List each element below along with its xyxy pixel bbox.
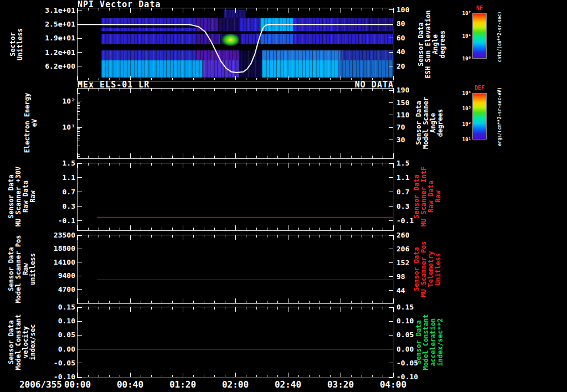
tick-label: 0.05	[29, 331, 75, 339]
time-tick	[183, 89, 183, 93]
tick-label: 9400	[29, 271, 75, 280]
tick-label: 40	[396, 48, 441, 56]
y-minor-tick	[78, 138, 80, 138]
time-tick	[172, 156, 173, 158]
tick-label: 0.3	[29, 202, 75, 210]
time-tick	[193, 89, 194, 91]
time-tick-label: 01:20	[158, 379, 208, 390]
time-tick	[256, 89, 257, 91]
tick-label: 0.10	[396, 317, 441, 325]
y-minor-tick	[78, 146, 80, 146]
tick-label: 60	[396, 34, 441, 42]
time-tick	[393, 153, 394, 158]
time-tick	[130, 153, 131, 158]
time-tick	[225, 156, 225, 158]
time-tick-label: 03:20	[316, 379, 365, 390]
time-tick	[351, 156, 352, 158]
tick-label: 206	[396, 245, 441, 253]
tick-label: 44	[396, 286, 441, 295]
time-tick	[162, 89, 162, 91]
y-minor-tick	[78, 141, 80, 141]
y-tick	[78, 101, 82, 101]
tick-label: 14100	[29, 258, 75, 266]
time-tick	[204, 156, 204, 158]
y-minor-tick	[78, 128, 80, 129]
time-tick	[151, 89, 152, 91]
y-minor-tick	[78, 109, 80, 109]
axis-title-line: Model Scanner Pos	[15, 235, 22, 303]
time-tick	[372, 89, 373, 91]
time-tick	[393, 89, 394, 93]
science-plot-screen: NPI Vector Data MEx ELS-01 LR NO DATA Se…	[0, 0, 567, 392]
time-tick	[204, 89, 204, 91]
time-tick	[341, 89, 341, 93]
time-tick	[246, 89, 246, 91]
y-tick	[78, 127, 82, 128]
tick-label: -0.1	[396, 216, 441, 225]
tick-label: 1.1	[396, 173, 441, 182]
tick-label: 0.3	[396, 202, 441, 210]
tick-label: 6.2e+00	[29, 62, 75, 70]
tick-label: 30	[396, 136, 441, 144]
colorbar-tick-label: 10²	[439, 121, 471, 127]
y-tick	[389, 127, 393, 128]
time-tick	[162, 156, 162, 158]
time-tick	[319, 156, 320, 158]
data-line-sun-elevation-angle	[78, 8, 393, 80]
y-minor-tick	[78, 107, 80, 107]
time-tick	[277, 156, 278, 158]
tick-label: 152	[396, 259, 441, 267]
y-minor-tick	[78, 102, 80, 102]
time-tick	[141, 89, 141, 91]
y-minor-tick	[78, 115, 80, 115]
tick-label: 20	[396, 62, 441, 70]
colorbar-def-title: DEF	[472, 85, 487, 91]
tick-label: 2.5e+01	[29, 20, 75, 28]
time-tick	[256, 156, 257, 158]
time-tick	[330, 89, 331, 91]
colorbar-tick-label: 10¹	[439, 137, 471, 142]
tick-label: 1.9e+01	[29, 34, 75, 42]
y-minor-tick	[78, 135, 80, 136]
tick-label: 10²	[29, 97, 75, 105]
time-tick	[141, 156, 141, 158]
time-tick	[383, 156, 383, 158]
time-tick	[267, 89, 267, 91]
axis-title-line: Sensor Data	[8, 235, 15, 303]
time-tick	[267, 156, 267, 158]
tick-label: 1.5	[396, 159, 441, 167]
time-tick	[319, 89, 320, 91]
tick-label: -0.05	[396, 359, 441, 367]
axis-title-line: Sensor Data	[8, 167, 15, 226]
colorbar-nf-title: NF	[472, 5, 487, 11]
time-tick	[309, 89, 310, 91]
tick-label: 110	[396, 111, 441, 119]
time-tick	[88, 89, 89, 91]
y-tick	[389, 90, 393, 91]
tick-label: 0.7	[396, 188, 441, 196]
y-minor-tick	[78, 131, 80, 132]
time-tick	[172, 89, 173, 91]
time-tick	[151, 156, 152, 158]
tick-label: 80	[396, 19, 441, 28]
colorbar-tick-label: 10⁰	[439, 56, 471, 61]
y-minor-tick	[78, 154, 80, 155]
time-tick-label: 02:40	[263, 379, 313, 390]
tick-label: 70	[396, 123, 441, 131]
data-line-mu-scanner-raw	[78, 163, 393, 230]
tick-label: 0.05	[396, 331, 441, 339]
y-minor-tick	[78, 111, 80, 112]
y-tick	[389, 115, 393, 115]
tick-label: 18800	[29, 244, 75, 252]
time-tick	[214, 156, 215, 158]
tick-label: 150	[396, 99, 441, 107]
colorbar-def	[472, 93, 487, 140]
time-tick	[78, 89, 78, 93]
y-tick	[389, 102, 393, 103]
colorbar-tick-label: 10⁴	[439, 90, 471, 96]
time-tick	[109, 89, 110, 91]
panel-electron-energy	[77, 88, 394, 159]
time-tick-label: 00:00	[53, 379, 102, 390]
y-tick	[389, 140, 393, 140]
tick-label: 0.7	[29, 188, 75, 196]
